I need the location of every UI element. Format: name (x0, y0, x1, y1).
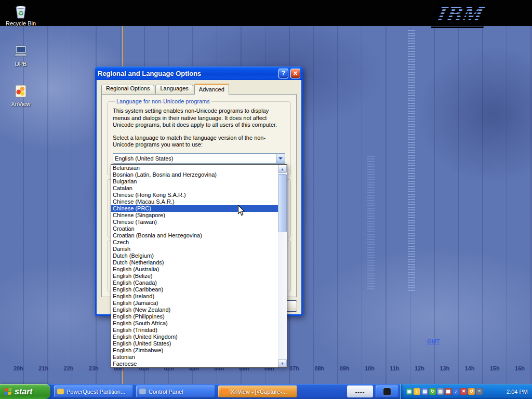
alert-icon[interactable]: ! (414, 388, 420, 395)
timezone-label: 10h (365, 365, 375, 371)
timezone-label: 12h (415, 365, 424, 371)
taskbar-task-button[interactable]: Control Panel (136, 385, 215, 397)
dialog-title: Regional and Language Options (98, 70, 276, 77)
windows-logo-icon (4, 388, 12, 395)
dropdown-item[interactable]: Catalan (111, 185, 278, 192)
dropdown-item[interactable]: English (Canada) (111, 280, 278, 286)
tab[interactable]: Languages (155, 85, 193, 94)
timezone-label: 20h (14, 365, 23, 371)
dropdown-item[interactable]: Chinese (Taiwan) (111, 219, 278, 225)
dropdown-item[interactable]: Chinese (PRC) (111, 205, 278, 212)
scrollbar-thumb[interactable] (278, 174, 287, 232)
dropdown-item[interactable]: Bosnian (Latin, Bosnia and Herzegovina) (111, 171, 278, 178)
group-title: Language for non-Unicode programs (115, 98, 211, 104)
timezone-label: 16h (515, 365, 525, 371)
icon-label: DPB (1, 61, 41, 67)
dropdown-item[interactable]: Dutch (Netherlands) (111, 259, 278, 266)
taskbar-task-button[interactable]: XnView - [<Capture-... (218, 385, 297, 397)
timezone-label: 15h (490, 365, 500, 371)
icon-label: XnView (1, 101, 41, 107)
recycle-bin-icon: ♻ (12, 3, 30, 19)
desktop: GMT 20h21h22h23h00h01h02h03h04h05h06h07h… (0, 0, 532, 399)
svg-text:♻: ♻ (18, 9, 24, 17)
task-label: XnView - [<Capture-... (231, 389, 287, 395)
dropdown-item[interactable]: English (Jamaica) (111, 300, 278, 307)
timezone-label: 13h (440, 365, 449, 371)
device-icon[interactable]: ▥ (437, 388, 444, 395)
xnview-icon (12, 83, 30, 100)
dropdown-item[interactable]: English (Ireland) (111, 293, 278, 300)
desktop-icon-recycle-bin[interactable]: ♻ Recycle Bin (1, 3, 41, 26)
language-combobox[interactable]: English (United States) (113, 153, 285, 164)
dropdown-item[interactable]: Czech (111, 239, 278, 246)
dropdown-item[interactable]: Estonian (111, 354, 278, 361)
task-app-icon (139, 389, 146, 394)
task-label: PowerQuest Partition... (66, 389, 125, 395)
update-icon[interactable]: ↺ (468, 388, 475, 395)
close-button[interactable]: ✕ (290, 69, 300, 78)
icon-label: Recycle Bin (1, 20, 41, 26)
network-icon[interactable]: ▣ (406, 388, 413, 395)
dropdown-item[interactable]: Belarusian (111, 165, 278, 171)
mute-icon[interactable]: ✕ (460, 388, 467, 395)
dropdown-item[interactable]: English (United States) (111, 340, 278, 347)
group-language-non-unicode: Language for non-Unicode programs This s… (107, 98, 291, 175)
gmt-label: GMT (427, 338, 440, 344)
display-icon[interactable]: ▤ (421, 388, 428, 395)
taskbar: start PowerQuest Partition... Control Pa… (0, 384, 532, 399)
hatched-band (367, 156, 375, 291)
tab-strip: Regional OptionsLanguagesAdvanced (101, 84, 230, 95)
sync-icon[interactable]: ↻ (429, 388, 436, 395)
dropdown-item[interactable]: English (New Zealand) (111, 307, 278, 313)
dropdown-item[interactable]: Bulgarian (111, 178, 278, 185)
system-tray: ▣!▤↻▥▦♪✕↺≡ 2:04 PM (400, 384, 532, 399)
dialog-titlebar[interactable]: Regional and Language Options ? ✕ (95, 66, 303, 80)
dropdown-item[interactable]: Danish (111, 246, 278, 252)
scroll-up-button[interactable]: ▲ (278, 165, 287, 173)
dropdown-item[interactable]: English (Caribbean) (111, 286, 278, 293)
task-button-area: PowerQuest Partition... Control Panel Xn… (54, 385, 297, 397)
instruction-text: Select a language to match the language … (113, 135, 285, 149)
taskbar-app-segment[interactable] (376, 385, 398, 397)
task-app-icon (57, 389, 64, 394)
dropdown-item[interactable]: English (Australia) (111, 266, 278, 273)
dropdown-item[interactable]: English (Philippines) (111, 313, 278, 320)
dropdown-item[interactable]: Chinese (Hong Kong S.A.R.) (111, 192, 278, 198)
grid-icon[interactable]: ▦ (445, 388, 451, 395)
language-dropdown-list: BelarusianBosnian (Latin, Bosnia and Her… (111, 164, 287, 368)
dropdown-item[interactable]: Faeroese (111, 361, 278, 367)
dropdown-item[interactable]: English (South Africa) (111, 320, 278, 327)
power-icon[interactable]: ≡ (476, 388, 483, 395)
dropdown-item[interactable]: English (United Kingdom) (111, 334, 278, 340)
scrollbar-track[interactable] (278, 173, 287, 359)
tab[interactable]: Regional Options (101, 85, 154, 94)
taskbar-task-button[interactable]: PowerQuest Partition... (54, 385, 133, 397)
dropdown-item[interactable]: Chinese (Macau S.A.R.) (111, 198, 278, 205)
start-button[interactable]: start (0, 384, 50, 399)
tray-icon-area: ▣!▤↻▥▦♪✕↺≡ (406, 388, 503, 395)
dropdown-item[interactable]: Dutch (Belgium) (111, 252, 278, 259)
taskbar-collapsed-toolbar[interactable]: ---- (347, 385, 373, 397)
dropdown-item[interactable]: English (Zimbabwe) (111, 347, 278, 354)
desktop-icon-dpb[interactable]: DPB (1, 43, 41, 67)
timezone-label: 21h (38, 365, 48, 371)
dropdown-scrollbar[interactable]: ▲ ▼ (278, 165, 287, 367)
dropdown-item[interactable]: Chinese (Singapore) (111, 212, 278, 219)
dropdown-item[interactable]: English (Belize) (111, 273, 278, 280)
tab[interactable]: Advanced (194, 84, 229, 95)
taskbar-clock[interactable]: 2:04 PM (507, 389, 528, 395)
task-app-icon (221, 389, 228, 394)
help-button[interactable]: ? (278, 69, 288, 78)
desktop-icon-xnview[interactable]: XnView (1, 83, 41, 107)
volume-icon[interactable]: ♪ (453, 388, 459, 395)
dropdown-item[interactable]: English (Trinidad) (111, 327, 278, 334)
task-label: Control Panel (149, 389, 183, 395)
timezone-label: 11h (390, 365, 399, 371)
scroll-down-button[interactable]: ▼ (278, 359, 287, 367)
combobox-dropdown-arrow-icon[interactable] (276, 154, 285, 163)
dropdown-item[interactable]: Croatian (111, 225, 278, 232)
dropdown-item[interactable]: Croatian (Bosnia and Herzegovina) (111, 232, 278, 239)
timezone-label: 08h (314, 365, 324, 371)
ibm-logo: IBM (431, 0, 490, 29)
timezone-label: 09h (340, 365, 350, 371)
